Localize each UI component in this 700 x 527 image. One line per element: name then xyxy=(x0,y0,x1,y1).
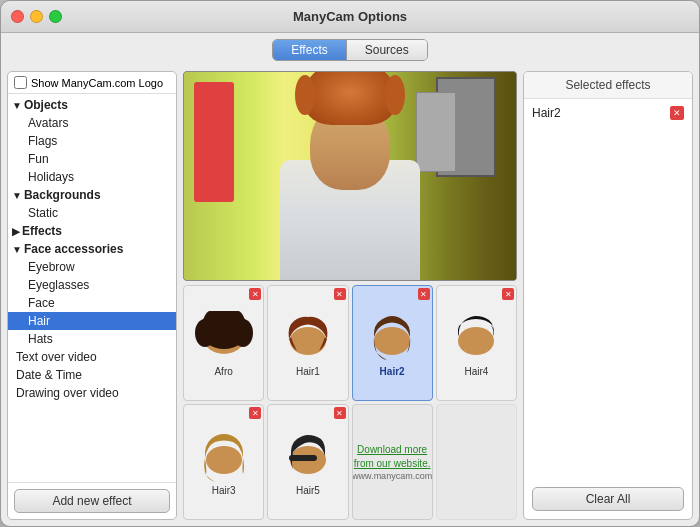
sidebar-item-face[interactable]: Face xyxy=(8,294,176,312)
effect-icon-hair5 xyxy=(278,428,338,483)
effect-icon-hair4 xyxy=(446,309,506,364)
selected-effects-header: Selected effects xyxy=(524,72,692,99)
center-panel: ✕ Afro ✕ xyxy=(183,71,517,520)
sidebar-item-flags[interactable]: Flags xyxy=(8,132,176,150)
effect-icon-afro xyxy=(194,309,254,364)
sidebar: Show ManyCam.com Logo ▼Objects Avatars F… xyxy=(7,71,177,520)
sidebar-item-hats[interactable]: Hats xyxy=(8,330,176,348)
effect-close-afro[interactable]: ✕ xyxy=(249,288,261,300)
effect-close-hair3[interactable]: ✕ xyxy=(249,407,261,419)
sidebar-item-text-over-video[interactable]: Text over video xyxy=(8,348,176,366)
svg-rect-10 xyxy=(289,455,317,461)
selected-effects-list: Hair2 ✕ xyxy=(524,99,692,487)
sidebar-item-objects[interactable]: ▼Objects xyxy=(8,96,176,114)
sidebar-item-effects[interactable]: ▶Effects xyxy=(8,222,176,240)
sidebar-item-backgrounds[interactable]: ▼Backgrounds xyxy=(8,186,176,204)
selected-effects-panel: Selected effects Hair2 ✕ Clear All xyxy=(523,71,693,520)
effect-label-hair3: Hair3 xyxy=(212,485,236,496)
tabbar: Effects Sources xyxy=(1,33,699,65)
effect-close-hair2[interactable]: ✕ xyxy=(418,288,430,300)
titlebar: ManyCam Options xyxy=(1,1,699,33)
add-effect-button[interactable]: Add new effect xyxy=(14,489,170,513)
video-preview xyxy=(183,71,517,281)
minimize-button[interactable] xyxy=(30,10,43,23)
sidebar-item-eyebrow[interactable]: Eyebrow xyxy=(8,258,176,276)
effect-item-hair5[interactable]: ✕ Hair5 xyxy=(267,404,348,520)
sidebar-item-eyeglasses[interactable]: Eyeglasses xyxy=(8,276,176,294)
sidebar-item-date-time[interactable]: Date & Time xyxy=(8,366,176,384)
effects-grid: ✕ Afro ✕ xyxy=(183,285,517,520)
tab-effects[interactable]: Effects xyxy=(273,40,346,60)
sidebar-item-static[interactable]: Static xyxy=(8,204,176,222)
video-background xyxy=(184,72,516,280)
show-logo-checkbox[interactable]: Show ManyCam.com Logo xyxy=(14,76,170,89)
effect-label-hair5: Hair5 xyxy=(296,485,320,496)
show-logo-input[interactable] xyxy=(14,76,27,89)
traffic-lights xyxy=(11,10,62,23)
effect-label-hair2: Hair2 xyxy=(380,366,405,377)
svg-point-8 xyxy=(206,446,242,474)
effect-label-hair1: Hair1 xyxy=(296,366,320,377)
download-url: www.manycam.com xyxy=(352,471,432,481)
show-logo-label: Show ManyCam.com Logo xyxy=(31,77,163,89)
effect-label-hair4: Hair4 xyxy=(464,366,488,377)
clear-all-button[interactable]: Clear All xyxy=(532,487,684,511)
effect-item-hair1[interactable]: ✕ Hair1 xyxy=(267,285,348,401)
effect-item-empty xyxy=(436,404,517,520)
effect-icon-hair3 xyxy=(194,428,254,483)
sidebar-footer: Add new effect xyxy=(8,482,176,519)
effect-icon-hair1 xyxy=(278,309,338,364)
svg-point-5 xyxy=(290,327,326,355)
effect-close-hair5[interactable]: ✕ xyxy=(334,407,346,419)
sidebar-item-fun[interactable]: Fun xyxy=(8,150,176,168)
effect-icon-hair2 xyxy=(362,309,422,364)
tab-sources[interactable]: Sources xyxy=(347,40,427,60)
close-button[interactable] xyxy=(11,10,24,23)
sidebar-header: Show ManyCam.com Logo xyxy=(8,72,176,94)
svg-point-7 xyxy=(458,327,494,355)
selected-effect-name: Hair2 xyxy=(532,106,561,120)
effect-item-hair3[interactable]: ✕ Hair3 xyxy=(183,404,264,520)
window-title: ManyCam Options xyxy=(293,9,407,24)
sidebar-item-holidays[interactable]: Holidays xyxy=(8,168,176,186)
effect-close-hair4[interactable]: ✕ xyxy=(502,288,514,300)
sidebar-tree: ▼Objects Avatars Flags Fun Holidays ▼Bac… xyxy=(8,94,176,482)
selected-effect-remove-button[interactable]: ✕ xyxy=(670,106,684,120)
effect-item-afro[interactable]: ✕ Afro xyxy=(183,285,264,401)
sidebar-item-drawing-over-video[interactable]: Drawing over video xyxy=(8,384,176,402)
effect-item-hair4[interactable]: ✕ Hair4 xyxy=(436,285,517,401)
effect-item-download[interactable]: Download morefrom our website. www.manyc… xyxy=(352,404,433,520)
tab-group: Effects Sources xyxy=(272,39,428,61)
main-content: Show ManyCam.com Logo ▼Objects Avatars F… xyxy=(1,65,699,526)
sidebar-item-avatars[interactable]: Avatars xyxy=(8,114,176,132)
maximize-button[interactable] xyxy=(49,10,62,23)
svg-point-6 xyxy=(374,327,410,355)
effect-close-hair1[interactable]: ✕ xyxy=(334,288,346,300)
download-link[interactable]: Download morefrom our website. www.manyc… xyxy=(352,443,432,481)
sidebar-item-hair[interactable]: Hair xyxy=(8,312,176,330)
download-text: Download morefrom our website. xyxy=(352,443,432,471)
main-window: ManyCam Options Effects Sources Show Man… xyxy=(0,0,700,527)
right-panel: Selected effects Hair2 ✕ Clear All xyxy=(523,71,693,520)
effect-item-hair2[interactable]: ✕ Hair2 xyxy=(352,285,433,401)
effect-label-afro: Afro xyxy=(214,366,232,377)
sidebar-item-face-accessories[interactable]: ▼Face accessories xyxy=(8,240,176,258)
selected-effect-row: Hair2 ✕ xyxy=(528,103,688,123)
